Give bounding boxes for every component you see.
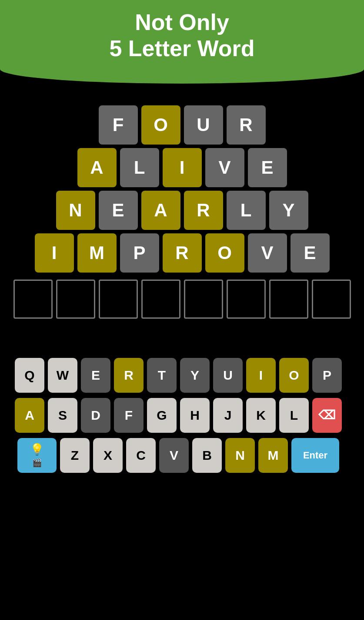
key-Q[interactable]: Q — [15, 358, 44, 393]
tile-R: R — [227, 105, 266, 145]
key-C[interactable]: C — [126, 438, 156, 473]
input-tile-4 — [141, 280, 180, 319]
input-tile-3 — [99, 280, 138, 319]
bulb-icon: 💡 — [30, 443, 44, 456]
key-H[interactable]: H — [180, 398, 210, 433]
key-O[interactable]: O — [279, 358, 309, 393]
key-T[interactable]: T — [147, 358, 177, 393]
key-backspace[interactable]: ⌫ — [312, 398, 342, 433]
key-W[interactable]: W — [48, 358, 77, 393]
input-tile-8 — [312, 280, 351, 319]
key-M[interactable]: M — [258, 438, 288, 473]
tile-I: I — [163, 148, 202, 187]
key-D[interactable]: D — [81, 398, 110, 433]
key-row-3: 💡 🎬 Z X C V B N M Enter — [17, 438, 339, 473]
game-area: F O U R A L I V E N E A R L Y I M P R — [0, 84, 364, 323]
tile-R2: R — [184, 191, 223, 230]
key-J[interactable]: J — [213, 398, 243, 433]
key-Z[interactable]: Z — [60, 438, 90, 473]
key-row-1: Q W E R T Y U I O P — [15, 358, 342, 393]
key-enter[interactable]: Enter — [291, 438, 339, 473]
key-N[interactable]: N — [225, 438, 255, 473]
key-I[interactable]: I — [246, 358, 276, 393]
key-S[interactable]: S — [48, 398, 77, 433]
key-V[interactable]: V — [159, 438, 189, 473]
key-F[interactable]: F — [114, 398, 144, 433]
tile-P: P — [120, 233, 159, 273]
key-row-2: A S D F G H J K L ⌫ — [15, 398, 342, 433]
input-tile-2 — [56, 280, 95, 319]
word-row-4: I M P R O V E — [35, 233, 330, 273]
input-tile-6 — [227, 280, 266, 319]
key-P[interactable]: P — [312, 358, 342, 393]
word-row-3: N E A R L Y — [56, 191, 308, 230]
header: Not Only 5 Letter Word — [0, 0, 364, 84]
tile-L2: L — [227, 191, 266, 230]
header-title: Not Only 5 Letter Word — [9, 10, 355, 62]
key-B[interactable]: B — [192, 438, 222, 473]
tile-E3: E — [291, 233, 330, 273]
tile-V2: V — [248, 233, 287, 273]
input-tile-5 — [184, 280, 223, 319]
key-X[interactable]: X — [93, 438, 123, 473]
tile-V: V — [205, 148, 244, 187]
tile-N: N — [56, 191, 95, 230]
tile-A: A — [77, 148, 117, 187]
key-R[interactable]: R — [114, 358, 144, 393]
key-L[interactable]: L — [279, 398, 309, 433]
tile-L: L — [120, 148, 159, 187]
key-A[interactable]: A — [15, 398, 44, 433]
word-row-1: F O U R — [99, 105, 266, 145]
word-row-2: A L I V E — [77, 148, 287, 187]
tile-Y: Y — [269, 191, 308, 230]
key-G[interactable]: G — [147, 398, 177, 433]
tile-U: U — [184, 105, 223, 145]
key-U[interactable]: U — [213, 358, 243, 393]
tile-R3: R — [163, 233, 202, 273]
input-tile-1 — [13, 280, 53, 319]
tile-A2: A — [141, 191, 180, 230]
tile-I2: I — [35, 233, 74, 273]
key-Y[interactable]: Y — [180, 358, 210, 393]
tile-F: F — [99, 105, 138, 145]
key-K[interactable]: K — [246, 398, 276, 433]
word-rows: F O U R A L I V E N E A R L Y I M P R — [13, 105, 351, 319]
tile-E2: E — [99, 191, 138, 230]
tile-E: E — [248, 148, 287, 187]
tile-M: M — [77, 233, 117, 273]
tile-O: O — [141, 105, 180, 145]
backspace-icon: ⌫ — [318, 408, 336, 422]
film-icon: 🎬 — [32, 458, 42, 468]
keyboard: Q W E R T Y U I O P A S D F G H J K L ⌫ … — [0, 349, 357, 482]
key-E[interactable]: E — [81, 358, 110, 393]
input-tile-7 — [269, 280, 308, 319]
key-hint[interactable]: 💡 🎬 — [17, 438, 57, 473]
input-row — [13, 280, 351, 319]
tile-O2: O — [205, 233, 244, 273]
